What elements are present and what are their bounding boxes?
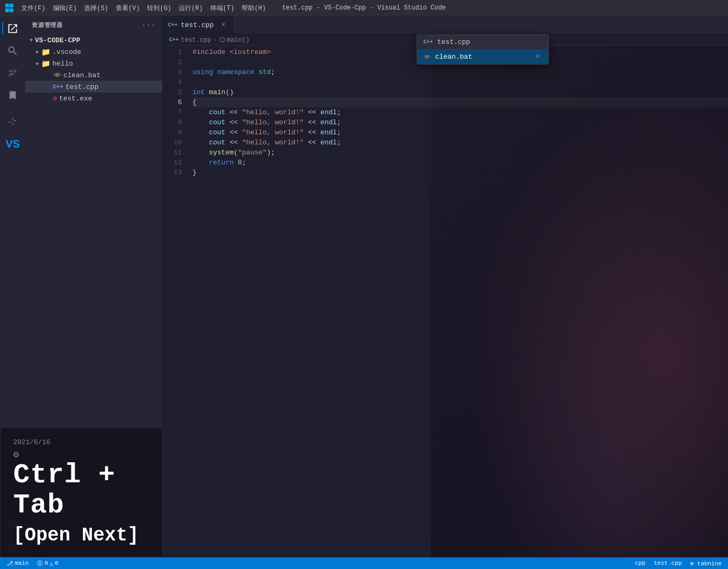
menu-run[interactable]: 运行(R) — [176, 3, 206, 14]
code-line-12: return 0 ; — [192, 158, 728, 168]
file-label: test.cpp — [654, 560, 682, 566]
cleanbat-label: clean.bat — [63, 71, 100, 79]
status-tabnine[interactable]: ⊕ tabnine — [688, 560, 724, 567]
warning-count: 0 — [55, 560, 59, 566]
popup-close-button[interactable]: × — [533, 52, 542, 61]
status-branch-name: main — [15, 560, 29, 566]
popup-cleanbat-label: clean.bat — [435, 53, 472, 61]
code-token: endl — [320, 127, 337, 137]
code-editor[interactable]: 1 2 3 4 5 6 7 8 9 10 11 12 13 #include — [163, 46, 728, 557]
code-token: cout — [209, 107, 225, 117]
sidebar-item-hello[interactable]: ▶ 📁 hello — [25, 58, 162, 69]
code-token: } — [192, 168, 197, 178]
code-token: std — [259, 67, 271, 77]
code-token: ; — [242, 158, 246, 168]
tab-testcpp[interactable]: C++ test.cpp × — [163, 16, 233, 34]
code-token: "hello, world!" — [242, 127, 304, 137]
root-folder-label: VS-CODE-CPP — [35, 36, 80, 44]
menu-file[interactable]: 文件(F) — [18, 3, 49, 14]
activity-extensions[interactable] — [2, 111, 23, 132]
code-token: () — [225, 87, 234, 97]
activity-source-control[interactable] — [2, 62, 23, 84]
menu-view[interactable]: 查看(V) — [113, 3, 143, 14]
code-line-6: { — [192, 97, 728, 107]
tab-testcpp-label: test.cpp — [181, 21, 214, 29]
status-branch[interactable]: ⎇ main — [4, 560, 31, 567]
editor-area: C++ test.cpp × C++ test.cpp 🦇 clean.bat … — [163, 16, 728, 557]
menu-goto[interactable]: 转到(G) — [144, 3, 174, 14]
code-token: << — [225, 127, 242, 137]
code-token: << — [304, 117, 320, 127]
popup-item-testcpp[interactable]: C++ test.cpp — [417, 35, 548, 49]
folder-icon-hello: 📁 — [41, 59, 50, 68]
status-bar: ⎇ main ⓪ 0 △ 0 cpp test.cpp ⊕ tabnine — [0, 557, 728, 569]
menu-help[interactable]: 帮助(H) — [238, 3, 269, 14]
hello-folder-label: hello — [52, 60, 73, 68]
code-token: ; — [337, 107, 341, 117]
error-icon: ⓪ — [37, 559, 43, 567]
code-token — [192, 107, 209, 117]
code-token: << — [225, 107, 242, 117]
status-file[interactable]: test.cpp — [652, 560, 684, 566]
code-token: << — [225, 117, 242, 127]
menu-select[interactable]: 选择(S) — [81, 3, 112, 14]
sidebar-item-vscode[interactable]: ▶ 📁 .vscode — [25, 46, 162, 58]
activity-search[interactable] — [2, 40, 23, 61]
ln-12: 12 — [163, 158, 182, 168]
code-token: 0 — [238, 158, 242, 168]
tab-testcpp-close[interactable]: × — [219, 21, 227, 29]
title-bar-left: 文件(F) 编辑(E) 选择(S) 查看(V) 转到(G) 运行(R) 终端(T… — [5, 3, 269, 14]
status-language[interactable]: cpp — [633, 560, 648, 566]
chevron-right-icon: ▶ — [36, 49, 39, 55]
ln-2: 2 — [163, 57, 182, 67]
folder-icon: 📁 — [41, 48, 50, 57]
sidebar-item-cleanbat[interactable]: 🦇 clean.bat — [25, 69, 162, 81]
status-errors[interactable]: ⓪ 0 △ 0 — [35, 559, 60, 567]
code-content[interactable]: #include <iostream> using namespace std … — [188, 46, 728, 557]
exe-file-icon: ⚙ — [53, 94, 57, 103]
code-token: ( — [234, 148, 238, 158]
code-line-9: cout << "hello, world!" << endl ; — [192, 127, 728, 137]
sidebar-header: 资源管理器 ··· — [25, 16, 162, 34]
menu-terminal[interactable]: 终端(T) — [207, 3, 238, 14]
code-token: << — [225, 137, 242, 148]
code-token: ; — [337, 137, 341, 148]
activity-vscode-icon[interactable]: VS — [2, 133, 23, 154]
sidebar-item-testexe[interactable]: ⚙ test.exe — [25, 93, 162, 104]
breadcrumb-symbol[interactable]: main() — [227, 36, 250, 44]
code-token: ); — [266, 148, 275, 158]
testcpp-label: test.cpp — [66, 83, 98, 91]
ln-6: 6 — [163, 97, 182, 107]
breadcrumb-file[interactable]: test.cpp — [181, 36, 211, 44]
code-token: "hello, world!" — [242, 107, 304, 117]
chevron-right-icon-hello: ▶ — [36, 60, 39, 67]
vscode-folder-label: .vscode — [52, 48, 81, 56]
code-token: << — [304, 137, 320, 148]
code-token — [192, 148, 209, 158]
sidebar-item-root[interactable]: ▼ VS-CODE-CPP — [25, 34, 162, 46]
code-token: main — [209, 87, 225, 97]
ln-13: 13 — [163, 168, 182, 178]
code-token: endl — [320, 107, 337, 117]
line-numbers: 1 2 3 4 5 6 7 8 9 10 11 12 13 — [163, 46, 188, 557]
chevron-down-icon: ▼ — [30, 38, 33, 43]
language-label: cpp — [635, 560, 646, 566]
code-line-10: cout << "hello, world!" << endl ; — [192, 137, 728, 148]
code-line-3: using namespace std ; — [192, 67, 728, 77]
sidebar-more-icon[interactable]: ··· — [141, 21, 156, 30]
activity-bookmark[interactable] — [2, 85, 23, 106]
code-token: << — [304, 107, 320, 117]
error-count: 0 — [44, 560, 48, 566]
code-token: << — [304, 127, 320, 137]
activity-explorer[interactable] — [2, 18, 23, 39]
settings-icon: ⚙ — [13, 448, 150, 460]
ln-7: 7 — [163, 107, 182, 117]
popup-item-cleanbat[interactable]: 🦇 clean.bat × — [417, 49, 548, 64]
breadcrumb-symbol-icon: ⬡ — [219, 36, 225, 44]
menu-edit[interactable]: 编辑(E) — [50, 3, 80, 14]
code-token: endl — [320, 117, 337, 127]
sidebar-item-testcpp[interactable]: C++ test.cpp — [25, 81, 162, 93]
ctrl-tab-action: [Open Next] — [13, 525, 150, 546]
code-token: "hello, world!" — [242, 117, 304, 127]
windows-logo-icon[interactable] — [5, 4, 14, 12]
